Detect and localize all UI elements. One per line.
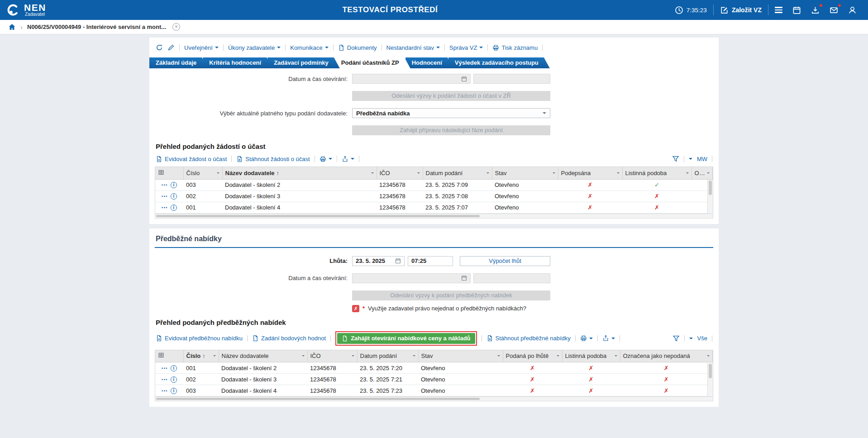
horizontal-scrollbar[interactable] (155, 396, 713, 401)
checkbox-no-icon[interactable] (352, 305, 359, 312)
column-header[interactable]: Listinná podoba (562, 350, 620, 362)
zahajit-otevirani-button[interactable]: Zahájit otevírání nabídkové ceny a nákla… (337, 333, 475, 344)
calendar-button[interactable] (787, 0, 806, 20)
vertical-scrollbar[interactable] (707, 363, 713, 397)
menu-uverejneni[interactable]: Uveřejnění (184, 44, 219, 51)
column-header[interactable]: Listinná podoba (622, 167, 692, 179)
filter-button[interactable] (672, 335, 680, 342)
column-header[interactable]: IČO (377, 167, 423, 179)
user-button[interactable] (843, 0, 862, 20)
close-tab-icon[interactable] (172, 23, 180, 31)
column-chooser-header[interactable] (155, 167, 183, 179)
filter-caret-icon[interactable] (497, 355, 500, 358)
column-header[interactable]: IČO (307, 350, 357, 362)
info-icon[interactable] (171, 182, 177, 188)
main-menu-button[interactable] (770, 0, 787, 20)
filter-caret-icon[interactable] (615, 355, 617, 358)
edit-record-button[interactable] (167, 44, 175, 51)
print-table-button[interactable] (580, 335, 593, 342)
column-header[interactable]: Stav (418, 350, 503, 362)
print-table-button[interactable] (320, 156, 332, 162)
column-header[interactable]: Číslo (183, 350, 219, 362)
calendar-icon[interactable] (395, 258, 401, 264)
vypocet-lhut-button[interactable]: Výpočet lhůt (460, 256, 550, 266)
horizontal-scrollbar[interactable] (155, 214, 713, 219)
downloads-button[interactable] (806, 0, 825, 20)
messages-button[interactable] (825, 0, 843, 20)
menu-komunikace[interactable]: Komunikace (290, 44, 329, 51)
export-table-button[interactable] (342, 156, 354, 162)
evidovat-zadost-button[interactable]: Evidovat žádost o účast (156, 156, 227, 162)
tab-podani-ucastniku-zp[interactable]: Podání účastníků ZP (335, 57, 410, 68)
column-header[interactable]: Datum podání (357, 350, 418, 362)
info-icon[interactable] (171, 388, 177, 394)
chevron-down-icon[interactable] (689, 338, 693, 341)
table-row[interactable]: 002 Dodavatel - školení 3 12345678 23. 5… (155, 190, 713, 202)
filter-caret-icon[interactable] (352, 355, 354, 358)
row-menu-icon[interactable] (162, 377, 168, 382)
export-table-button[interactable] (602, 335, 615, 342)
home-button[interactable] (8, 23, 16, 31)
refresh-button[interactable] (156, 44, 163, 51)
filter-button[interactable] (672, 155, 679, 162)
filter-caret-icon[interactable] (486, 172, 489, 175)
filter-caret-icon[interactable] (417, 172, 420, 175)
scrollbar-thumb[interactable] (709, 181, 712, 195)
scrollbar-thumb[interactable] (156, 398, 480, 400)
column-header[interactable]: Název dodavatele (222, 167, 377, 179)
filter-caret-icon[interactable] (617, 172, 620, 175)
column-chooser-header[interactable] (155, 350, 183, 362)
stahnout-nabidky-button[interactable]: Stáhnout předběžné nabídky (486, 335, 571, 342)
breadcrumb-item[interactable]: N006/25/V00004949 - Interiérové servisní… (27, 24, 166, 30)
filter-caret-icon[interactable] (213, 355, 216, 358)
create-vz-button[interactable]: Založit VZ (715, 0, 767, 20)
column-header[interactable]: Datum podání (423, 167, 492, 179)
menu-dokumenty[interactable]: Dokumenty (338, 44, 377, 51)
column-header[interactable]: Podepsána (558, 167, 622, 179)
table-row[interactable]: 002 Dodavatel - školení 3 12345678 23. 5… (155, 374, 713, 385)
column-header[interactable]: Označena jako nepodaná (620, 350, 713, 362)
tab-vysledek-zadavaciho-postupu[interactable]: Výsledek zadávacího postupu (448, 57, 550, 68)
filter-caret-icon[interactable] (217, 172, 219, 175)
view-selector[interactable]: MW (697, 156, 707, 162)
row-menu-icon[interactable] (162, 194, 168, 199)
menu-sprava-vz[interactable]: Správa VZ (449, 44, 483, 51)
table-row[interactable]: 003 Dodavatel - školení 2 12345678 23. 5… (155, 179, 713, 190)
info-icon[interactable] (171, 365, 177, 371)
app-logo[interactable]: NEN Zadavatel (6, 3, 110, 17)
filter-caret-icon[interactable] (686, 172, 689, 175)
info-icon[interactable] (171, 376, 177, 383)
column-header[interactable]: Označena jako nepodaná (692, 167, 713, 179)
row-menu-icon[interactable] (162, 366, 168, 371)
tab-kriteria-hodnoceni[interactable]: Kritéria hodnocení (203, 57, 272, 68)
vertical-scrollbar[interactable] (707, 180, 713, 214)
column-header[interactable]: Podaná po lhůtě (503, 350, 562, 362)
column-header[interactable]: Název dodavatele (219, 350, 307, 362)
lhuta-time-input[interactable]: 07:25 (408, 256, 453, 266)
table-row[interactable]: 001 Dodavatel - školení 4 12345678 23. 5… (155, 202, 713, 213)
filter-caret-icon[interactable] (413, 355, 415, 358)
menu-nestandardni-stav[interactable]: Nestandardní stav (386, 44, 440, 51)
info-icon[interactable] (171, 205, 177, 211)
row-menu-icon[interactable] (162, 205, 168, 210)
tab-zadavaci-podminky[interactable]: Zadávací podmínky (267, 57, 340, 68)
scrollbar-thumb[interactable] (709, 364, 712, 378)
view-selector[interactable]: Vše (697, 335, 707, 342)
filter-caret-icon[interactable] (371, 172, 374, 175)
tab-zakladni-udaje[interactable]: Základní údaje (149, 57, 208, 68)
filter-caret-icon[interactable] (707, 355, 710, 358)
menu-ukony-zadavatele[interactable]: Úkony zadavatele (228, 44, 281, 51)
filter-caret-icon[interactable] (557, 355, 559, 358)
menu-tisk-zaznamu[interactable]: Tisk záznamu (492, 44, 538, 51)
typ-podani-select[interactable]: Předběžná nabídka (352, 108, 550, 118)
evidovat-nabidku-button[interactable]: Evidovat předběžnou nabídku (156, 335, 243, 342)
column-header[interactable]: Číslo (183, 167, 222, 179)
tab-hodnoceni[interactable]: Hodnocení (405, 57, 453, 68)
lhuta-date-input[interactable]: 23. 5. 2025 (352, 256, 405, 266)
chevron-down-icon[interactable] (689, 158, 692, 162)
table-row[interactable]: 001 Dodavatel - školení 2 12345678 23. 5… (155, 362, 713, 374)
column-header[interactable]: Stav (492, 167, 558, 179)
stahnout-zadosti-button[interactable]: Stáhnout žádosti o účast (236, 156, 310, 162)
info-icon[interactable] (171, 193, 177, 200)
row-menu-icon[interactable] (162, 183, 168, 187)
